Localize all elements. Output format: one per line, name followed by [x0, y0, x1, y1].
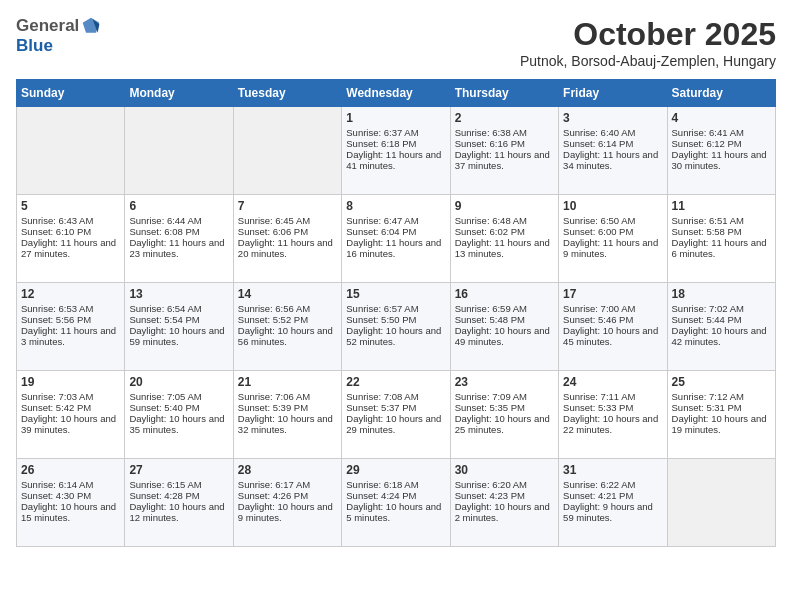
week-row-4: 19Sunrise: 7:03 AMSunset: 5:42 PMDayligh…	[17, 371, 776, 459]
calendar-cell: 25Sunrise: 7:12 AMSunset: 5:31 PMDayligh…	[667, 371, 775, 459]
daylight-line: Daylight: 11 hours and 34 minutes.	[563, 149, 658, 171]
daylight-line: Daylight: 10 hours and 19 minutes.	[672, 413, 767, 435]
daylight-line: Daylight: 9 hours and 59 minutes.	[563, 501, 653, 523]
daylight-line: Daylight: 10 hours and 15 minutes.	[21, 501, 116, 523]
sunset-line: Sunset: 4:23 PM	[455, 490, 525, 501]
day-number: 2	[455, 111, 554, 125]
sunrise-line: Sunrise: 6:54 AM	[129, 303, 201, 314]
day-number: 18	[672, 287, 771, 301]
sunrise-line: Sunrise: 6:17 AM	[238, 479, 310, 490]
day-number: 3	[563, 111, 662, 125]
calendar-cell: 17Sunrise: 7:00 AMSunset: 5:46 PMDayligh…	[559, 283, 667, 371]
day-number: 7	[238, 199, 337, 213]
calendar-cell: 18Sunrise: 7:02 AMSunset: 5:44 PMDayligh…	[667, 283, 775, 371]
day-number: 17	[563, 287, 662, 301]
day-number: 22	[346, 375, 445, 389]
logo-general: General	[16, 16, 79, 36]
sunrise-line: Sunrise: 6:38 AM	[455, 127, 527, 138]
sunset-line: Sunset: 5:46 PM	[563, 314, 633, 325]
daylight-line: Daylight: 10 hours and 52 minutes.	[346, 325, 441, 347]
day-header-friday: Friday	[559, 80, 667, 107]
day-number: 5	[21, 199, 120, 213]
sunrise-line: Sunrise: 7:11 AM	[563, 391, 635, 402]
daylight-line: Daylight: 11 hours and 20 minutes.	[238, 237, 333, 259]
calendar-cell: 9Sunrise: 6:48 AMSunset: 6:02 PMDaylight…	[450, 195, 558, 283]
week-row-3: 12Sunrise: 6:53 AMSunset: 5:56 PMDayligh…	[17, 283, 776, 371]
day-number: 21	[238, 375, 337, 389]
sunset-line: Sunset: 6:08 PM	[129, 226, 199, 237]
sunrise-line: Sunrise: 7:03 AM	[21, 391, 93, 402]
daylight-line: Daylight: 11 hours and 9 minutes.	[563, 237, 658, 259]
calendar-cell: 7Sunrise: 6:45 AMSunset: 6:06 PMDaylight…	[233, 195, 341, 283]
day-number: 24	[563, 375, 662, 389]
day-header-monday: Monday	[125, 80, 233, 107]
sunset-line: Sunset: 5:48 PM	[455, 314, 525, 325]
sunset-line: Sunset: 5:40 PM	[129, 402, 199, 413]
sunrise-line: Sunrise: 6:22 AM	[563, 479, 635, 490]
sunset-line: Sunset: 5:50 PM	[346, 314, 416, 325]
daylight-line: Daylight: 10 hours and 35 minutes.	[129, 413, 224, 435]
sunset-line: Sunset: 6:04 PM	[346, 226, 416, 237]
day-number: 26	[21, 463, 120, 477]
daylight-line: Daylight: 10 hours and 2 minutes.	[455, 501, 550, 523]
day-number: 4	[672, 111, 771, 125]
day-number: 20	[129, 375, 228, 389]
day-number: 10	[563, 199, 662, 213]
daylight-line: Daylight: 10 hours and 56 minutes.	[238, 325, 333, 347]
sunrise-line: Sunrise: 6:51 AM	[672, 215, 744, 226]
day-number: 30	[455, 463, 554, 477]
day-number: 27	[129, 463, 228, 477]
sunset-line: Sunset: 5:58 PM	[672, 226, 742, 237]
sunset-line: Sunset: 6:00 PM	[563, 226, 633, 237]
daylight-line: Daylight: 10 hours and 49 minutes.	[455, 325, 550, 347]
sunset-line: Sunset: 4:30 PM	[21, 490, 91, 501]
sunrise-line: Sunrise: 6:37 AM	[346, 127, 418, 138]
day-header-tuesday: Tuesday	[233, 80, 341, 107]
sunrise-line: Sunrise: 6:50 AM	[563, 215, 635, 226]
logo: General Blue	[16, 16, 101, 56]
page-header: General Blue October 2025 Putnok, Borsod…	[16, 16, 776, 69]
sunset-line: Sunset: 5:54 PM	[129, 314, 199, 325]
daylight-line: Daylight: 10 hours and 25 minutes.	[455, 413, 550, 435]
sunset-line: Sunset: 4:26 PM	[238, 490, 308, 501]
day-number: 12	[21, 287, 120, 301]
day-number: 6	[129, 199, 228, 213]
daylight-line: Daylight: 11 hours and 6 minutes.	[672, 237, 767, 259]
calendar-cell: 11Sunrise: 6:51 AMSunset: 5:58 PMDayligh…	[667, 195, 775, 283]
daylight-line: Daylight: 11 hours and 30 minutes.	[672, 149, 767, 171]
calendar-cell: 3Sunrise: 6:40 AMSunset: 6:14 PMDaylight…	[559, 107, 667, 195]
sunset-line: Sunset: 6:10 PM	[21, 226, 91, 237]
daylight-line: Daylight: 11 hours and 37 minutes.	[455, 149, 550, 171]
calendar-cell	[125, 107, 233, 195]
calendar-cell	[233, 107, 341, 195]
calendar-cell: 26Sunrise: 6:14 AMSunset: 4:30 PMDayligh…	[17, 459, 125, 547]
sunset-line: Sunset: 6:16 PM	[455, 138, 525, 149]
calendar-cell: 6Sunrise: 6:44 AMSunset: 6:08 PMDaylight…	[125, 195, 233, 283]
day-number: 9	[455, 199, 554, 213]
sunset-line: Sunset: 5:33 PM	[563, 402, 633, 413]
day-number: 14	[238, 287, 337, 301]
daylight-line: Daylight: 10 hours and 5 minutes.	[346, 501, 441, 523]
title-block: October 2025 Putnok, Borsod-Abauj-Zemple…	[520, 16, 776, 69]
calendar-cell: 5Sunrise: 6:43 AMSunset: 6:10 PMDaylight…	[17, 195, 125, 283]
sunset-line: Sunset: 4:24 PM	[346, 490, 416, 501]
day-number: 31	[563, 463, 662, 477]
day-number: 1	[346, 111, 445, 125]
daylight-line: Daylight: 10 hours and 32 minutes.	[238, 413, 333, 435]
sunset-line: Sunset: 5:56 PM	[21, 314, 91, 325]
sunrise-line: Sunrise: 6:47 AM	[346, 215, 418, 226]
calendar-cell: 19Sunrise: 7:03 AMSunset: 5:42 PMDayligh…	[17, 371, 125, 459]
sunrise-line: Sunrise: 6:44 AM	[129, 215, 201, 226]
daylight-line: Daylight: 10 hours and 29 minutes.	[346, 413, 441, 435]
calendar-table: SundayMondayTuesdayWednesdayThursdayFrid…	[16, 79, 776, 547]
sunset-line: Sunset: 5:37 PM	[346, 402, 416, 413]
calendar-title: October 2025	[520, 16, 776, 53]
day-number: 11	[672, 199, 771, 213]
sunrise-line: Sunrise: 7:06 AM	[238, 391, 310, 402]
calendar-cell: 12Sunrise: 6:53 AMSunset: 5:56 PMDayligh…	[17, 283, 125, 371]
sunrise-line: Sunrise: 6:14 AM	[21, 479, 93, 490]
calendar-cell: 22Sunrise: 7:08 AMSunset: 5:37 PMDayligh…	[342, 371, 450, 459]
calendar-cell: 2Sunrise: 6:38 AMSunset: 6:16 PMDaylight…	[450, 107, 558, 195]
calendar-cell	[17, 107, 125, 195]
sunset-line: Sunset: 6:02 PM	[455, 226, 525, 237]
